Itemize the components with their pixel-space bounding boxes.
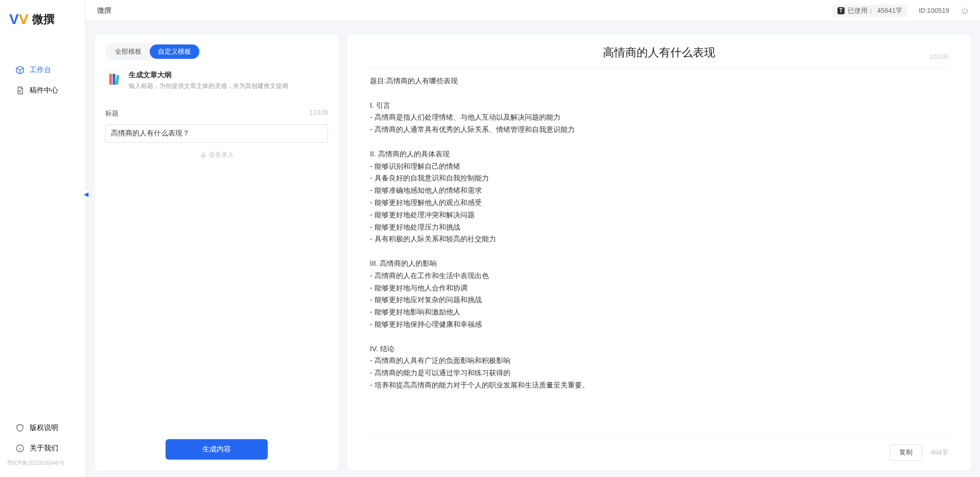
copy-button[interactable]: 复制 — [890, 444, 922, 461]
logo-text: 微撰 — [32, 12, 55, 27]
info-icon — [15, 444, 25, 453]
microphone-icon — [200, 152, 207, 159]
nav-item-label: 工作台 — [30, 65, 51, 75]
panel-left: 全部模板 自定义模板 生成文章大纲 输入标题，为你提供文章主体的灵感，并为其创建… — [95, 35, 338, 471]
doc-title-count: 10/100 — [929, 53, 948, 60]
icp-text: 鄂ICP备2022016946号 — [0, 459, 85, 469]
doc-title[interactable]: 高情商的人有什么表现 — [603, 45, 715, 60]
chevron-left-icon: ◀ — [84, 191, 88, 198]
nav-item-copyright[interactable]: 版权说明 — [5, 418, 80, 438]
svg-rect-2 — [112, 74, 115, 84]
usage-value: 45641字 — [877, 6, 902, 15]
panel-right: 高情商的人有什么表现 10/100 题目:高情商的人有哪些表现 I. 引言 - … — [347, 35, 971, 471]
svg-rect-3 — [115, 75, 120, 85]
tab-all-templates[interactable]: 全部模板 — [107, 44, 150, 59]
nav-item-about[interactable]: 关于我们 — [5, 439, 80, 458]
nav-item-label: 关于我们 — [30, 444, 58, 453]
title-field-label: 标题 — [105, 109, 119, 118]
voice-label: 语音录入 — [209, 151, 234, 160]
usage-prefix: 已使用： — [848, 6, 874, 15]
topbar-title: 微撰 — [97, 6, 111, 15]
svg-rect-4 — [202, 152, 204, 156]
power-icon[interactable] — [961, 7, 969, 15]
nav-item-drafts[interactable]: 稿件中心 — [5, 81, 80, 100]
template-tabs: 全部模板 自定义模板 — [105, 43, 201, 60]
nav-item-label: 版权说明 — [30, 423, 58, 433]
cube-icon — [15, 65, 25, 75]
template-card[interactable]: 生成文章大纲 输入标题，为你提供文章主体的灵感，并为其创建推文提纲 — [105, 71, 328, 90]
sidebar-collapse-handle[interactable]: ◀ — [82, 189, 90, 199]
user-id: ID:100519 — [919, 7, 949, 14]
usage-chip[interactable]: T 已使用： 45641字 — [832, 5, 907, 17]
voice-input-button[interactable]: 语音录入 — [105, 151, 328, 160]
doc-footer: 复制 404字 — [370, 437, 948, 461]
main: 微撰 T 已使用： 45641字 ID:100519 全部模板 自定义模板 — [86, 0, 980, 477]
doc-title-row: 高情商的人有什么表现 10/100 — [370, 45, 948, 68]
title-field-header: 标题 11/100 — [105, 109, 328, 118]
nav-item-workspace[interactable]: 工作台 — [5, 60, 80, 80]
topbar: 微撰 T 已使用： 45641字 ID:100519 — [86, 0, 980, 21]
sidebar-footer: 版权说明 关于我们 鄂ICP备2022016946号 — [0, 417, 85, 477]
tab-custom-templates[interactable]: 自定义模板 — [150, 44, 199, 59]
logo-mark-icon: VV — [9, 11, 28, 28]
template-books-icon — [105, 71, 123, 88]
title-field-count: 11/100 — [309, 109, 328, 118]
nav-list: 工作台 稿件中心 — [0, 59, 85, 417]
shield-icon — [15, 423, 25, 433]
char-count: 404字 — [930, 448, 948, 457]
workspace: 全部模板 自定义模板 生成文章大纲 输入标题，为你提供文章主体的灵感，并为其创建… — [86, 21, 980, 477]
logo[interactable]: VV 微撰 — [0, 0, 85, 39]
usage-badge-icon: T — [837, 7, 845, 14]
template-title: 生成文章大纲 — [129, 71, 288, 80]
nav-item-label: 稿件中心 — [30, 86, 58, 95]
topbar-right: T 已使用： 45641字 ID:100519 — [832, 5, 969, 17]
document-icon — [15, 86, 25, 95]
title-input[interactable] — [105, 124, 328, 143]
generate-button[interactable]: 生成内容 — [166, 439, 268, 460]
sidebar: VV 微撰 工作台 稿件中心 版权说明 关于我们 — [0, 0, 86, 477]
template-desc: 输入标题，为你提供文章主体的灵感，并为其创建推文提纲 — [129, 82, 288, 90]
svg-rect-1 — [109, 74, 112, 84]
doc-body[interactable]: 题目:高情商的人有哪些表现 I. 引言 - 高情商是指人们处理情绪、与他人互动以… — [370, 75, 948, 431]
